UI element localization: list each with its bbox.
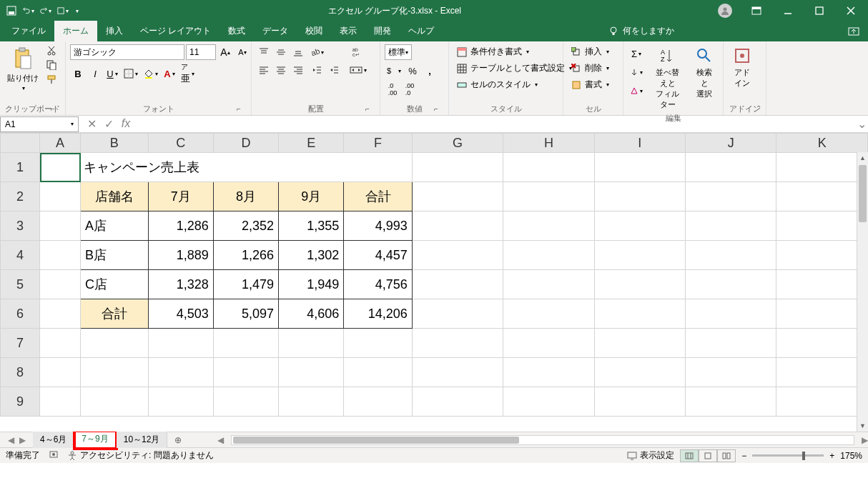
tab-view[interactable]: 表示 <box>331 21 365 41</box>
scroll-up-button[interactable]: ▲ <box>857 152 868 164</box>
find-select-button[interactable]: 検索と 選択 <box>690 44 719 101</box>
header-total[interactable]: 合計 <box>344 182 412 211</box>
expand-formula-bar-button[interactable]: ⌄ <box>855 117 868 131</box>
autosum-button[interactable]: Σ▾ <box>628 46 645 61</box>
header-aug[interactable]: 8月 <box>213 182 278 211</box>
alignment-dialog-launcher[interactable]: ⌐ <box>365 105 374 114</box>
cell-C3[interactable]: 1,286 <box>148 211 213 241</box>
col-header-G[interactable]: G <box>412 134 503 153</box>
fill-button[interactable]: ▾ <box>628 64 645 80</box>
col-header-E[interactable]: E <box>279 134 344 153</box>
col-header-D[interactable]: D <box>213 134 278 153</box>
align-bottom-button[interactable] <box>290 44 306 60</box>
add-sheet-button[interactable]: ⊕ <box>167 433 189 447</box>
tab-page-layout[interactable]: ページ レイアウト <box>132 21 220 41</box>
cell-F5[interactable]: 4,756 <box>344 270 412 299</box>
tab-developer[interactable]: 開発 <box>365 21 400 41</box>
horizontal-scrollbar[interactable] <box>231 435 854 445</box>
cell-styles-button[interactable]: セルのスタイル▾ <box>453 77 541 92</box>
increase-font-button[interactable]: A▴ <box>217 44 233 60</box>
normal-view-button[interactable] <box>680 449 699 462</box>
cell-A1[interactable] <box>40 153 81 182</box>
row-header-9[interactable]: 9 <box>1 387 40 417</box>
cancel-formula-button[interactable]: ✕ <box>84 117 99 131</box>
format-painter-button[interactable] <box>44 73 59 86</box>
cell-B1[interactable]: キャンペーン売上表 <box>81 153 413 182</box>
cell-F6[interactable]: 14,206 <box>344 299 412 329</box>
collapse-ribbon-button[interactable]: ⌃ <box>756 104 761 112</box>
zoom-level[interactable]: 175% <box>840 451 862 461</box>
worksheet-grid[interactable]: A B C D E F G H I J K 1 キャンペーン売上表 2 店舗名 … <box>0 133 868 432</box>
hscroll-left-button[interactable]: ◀ <box>217 435 224 445</box>
header-store[interactable]: 店舗名 <box>81 182 149 211</box>
phonetic-button[interactable]: ア亜▾ <box>179 66 197 81</box>
row-header-6[interactable]: 6 <box>1 299 40 329</box>
cell-B6[interactable]: 合計 <box>81 299 149 329</box>
enter-formula-button[interactable]: ✓ <box>102 117 116 131</box>
sort-filter-button[interactable]: AZ 並べ替えと フィルター <box>648 44 687 111</box>
formula-input[interactable] <box>139 116 855 132</box>
clear-button[interactable]: ▾ <box>628 83 645 99</box>
decrease-decimal-button[interactable]: .00.0 <box>402 81 418 97</box>
name-box[interactable]: A1▾ <box>0 116 79 132</box>
cell-F4[interactable]: 4,457 <box>344 241 412 270</box>
minimize-button[interactable] <box>774 0 802 21</box>
increase-decimal-button[interactable]: .0.00 <box>385 81 400 97</box>
align-right-button[interactable] <box>290 62 306 78</box>
undo-icon[interactable]: ▾ <box>23 5 34 16</box>
cell-F3[interactable]: 4,993 <box>344 211 412 241</box>
insert-cells-button[interactable]: 挿入▾ <box>568 44 612 59</box>
cell-D4[interactable]: 1,266 <box>213 241 278 270</box>
cell-B5[interactable]: C店 <box>81 270 149 299</box>
cell-E3[interactable]: 1,355 <box>279 211 344 241</box>
number-format-combo[interactable]: 標準▾ <box>385 44 412 60</box>
row-header-2[interactable]: 2 <box>1 182 40 211</box>
ribbon-display-button[interactable] <box>742 0 771 21</box>
cell-C5[interactable]: 1,328 <box>148 270 213 299</box>
paste-button[interactable]: 貼り付け ▾ <box>4 44 41 93</box>
fill-color-button[interactable]: ▾ <box>142 66 160 81</box>
row-header-7[interactable]: 7 <box>1 329 40 358</box>
decrease-indent-button[interactable] <box>309 62 325 78</box>
conditional-formatting-button[interactable]: 条件付き書式▾ <box>453 44 532 59</box>
font-size-input[interactable] <box>186 44 216 60</box>
tab-file[interactable]: ファイル <box>3 21 54 41</box>
align-middle-button[interactable] <box>273 44 289 60</box>
zoom-in-button[interactable]: + <box>829 451 834 461</box>
sheet-tab-7-9[interactable]: 7～9月 <box>74 431 116 449</box>
row-header-8[interactable]: 8 <box>1 358 40 387</box>
clipboard-dialog-launcher[interactable]: ⌐ <box>51 105 59 114</box>
tab-review[interactable]: 校閲 <box>297 21 331 41</box>
account-button[interactable] <box>711 0 739 21</box>
decrease-font-button[interactable]: A▾ <box>235 44 250 60</box>
display-settings-button[interactable]: 表示設定 <box>627 449 674 462</box>
col-header-C[interactable]: C <box>148 134 213 153</box>
cell-E6[interactable]: 4,606 <box>279 299 344 329</box>
row-header-3[interactable]: 3 <box>1 211 40 241</box>
header-sep[interactable]: 9月 <box>279 182 344 211</box>
number-dialog-launcher[interactable]: ⌐ <box>434 105 443 114</box>
insert-function-button[interactable]: fx <box>119 117 133 131</box>
underline-button[interactable]: U▾ <box>104 66 120 81</box>
col-header-B[interactable]: B <box>81 134 149 153</box>
header-jul[interactable]: 7月 <box>148 182 213 211</box>
bold-button[interactable]: B <box>70 66 86 81</box>
sheet-nav-prev[interactable]: ◀ <box>6 435 16 445</box>
row-header-5[interactable]: 5 <box>1 270 40 299</box>
sheet-nav-next[interactable]: ▶ <box>17 435 27 445</box>
page-break-view-button[interactable] <box>717 449 736 462</box>
col-header-H[interactable]: H <box>503 134 594 153</box>
cell-B4[interactable]: B店 <box>81 241 149 270</box>
zoom-slider[interactable] <box>752 454 824 457</box>
autosave-icon[interactable] <box>6 5 17 16</box>
qat-customize-icon[interactable]: ▾ <box>57 5 69 16</box>
wrap-text-button[interactable]: abc↵ <box>347 44 369 60</box>
scroll-down-button[interactable]: ▼ <box>857 420 868 432</box>
macro-record-icon[interactable] <box>49 449 59 462</box>
font-dialog-launcher[interactable]: ⌐ <box>237 105 245 114</box>
align-center-button[interactable] <box>273 62 289 78</box>
cell-D3[interactable]: 2,352 <box>213 211 278 241</box>
zoom-out-button[interactable]: − <box>741 451 746 461</box>
select-all-corner[interactable] <box>1 134 40 153</box>
close-button[interactable] <box>837 0 865 21</box>
